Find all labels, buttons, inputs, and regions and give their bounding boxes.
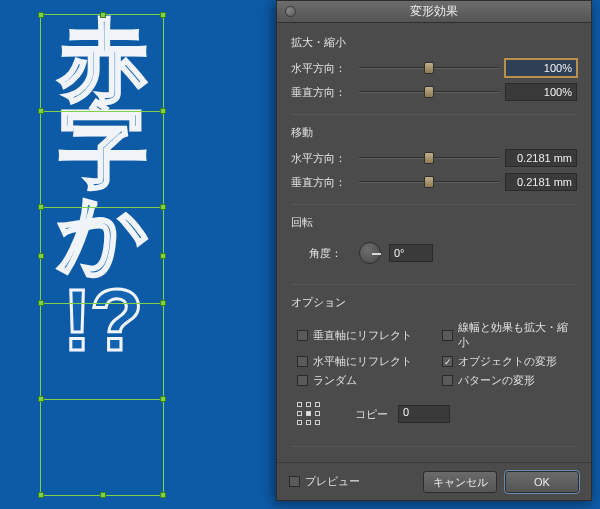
glyph: 字 xyxy=(42,104,162,190)
checkbox-label: 線幅と効果も拡大・縮小 xyxy=(458,320,577,350)
reference-point-selector[interactable] xyxy=(297,402,321,426)
glyph: !? xyxy=(42,277,162,363)
label: 水平方向： xyxy=(291,61,353,76)
copies-row: コピー 0 xyxy=(291,396,577,436)
rotate-row: 角度： 0° xyxy=(291,236,577,274)
dialog-footer: プレビュー キャンセル OK xyxy=(277,462,591,500)
resize-handle-se[interactable] xyxy=(160,492,166,498)
dialog-title: 変形効果 xyxy=(277,3,591,20)
checkbox-label: プレビュー xyxy=(305,474,360,489)
slider-thumb[interactable] xyxy=(424,86,434,98)
checkbox-label: パターンの変形 xyxy=(458,373,535,388)
slider-thumb[interactable] xyxy=(424,152,434,164)
label: 角度： xyxy=(309,246,351,261)
scale-vertical-input[interactable]: 100% xyxy=(505,83,577,101)
slider-thumb[interactable] xyxy=(424,176,434,188)
copies-input[interactable]: 0 xyxy=(398,405,450,423)
checkbox-preview[interactable]: プレビュー xyxy=(289,474,360,489)
canvas-selected-text[interactable]: 赤 字 か !? xyxy=(42,18,162,363)
checkbox-transform-objects[interactable]: オブジェクトの変形 xyxy=(442,354,577,369)
separator xyxy=(291,114,577,115)
dialog-titlebar[interactable]: 変形効果 xyxy=(277,1,591,23)
checkbox-reflect-horizontal[interactable]: 水平軸にリフレクト xyxy=(297,354,432,369)
checkbox-transform-patterns[interactable]: パターンの変形 xyxy=(442,373,577,388)
glyph: 赤 xyxy=(42,18,162,104)
separator xyxy=(291,204,577,205)
move-horizontal-row: 水平方向： 0.2181 mm xyxy=(291,146,577,170)
checkbox-label: 垂直軸にリフレクト xyxy=(313,328,412,343)
checkbox-label: 水平軸にリフレクト xyxy=(313,354,412,369)
label: 垂直方向： xyxy=(291,175,353,190)
move-horizontal-input[interactable]: 0.2181 mm xyxy=(505,149,577,167)
slider-thumb[interactable] xyxy=(424,62,434,74)
options-grid: 垂直軸にリフレクト 線幅と効果も拡大・縮小 水平軸にリフレクト オブジェクトの変… xyxy=(291,316,577,396)
resize-handle-s[interactable] xyxy=(100,492,106,498)
anchor-handle[interactable] xyxy=(160,396,166,402)
move-vertical-input[interactable]: 0.2181 mm xyxy=(505,173,577,191)
glyph: か xyxy=(42,190,162,276)
separator xyxy=(291,284,577,285)
checkbox-label: オブジェクトの変形 xyxy=(458,354,557,369)
checkbox-label: ランダム xyxy=(313,373,357,388)
cancel-button[interactable]: キャンセル xyxy=(423,471,497,493)
dialog-body: 拡大・縮小 水平方向： 100% 垂直方向： 100% 移動 水平方向： xyxy=(277,23,591,457)
section-label-rotate: 回転 xyxy=(291,215,577,230)
section-label-options: オプション xyxy=(291,295,577,310)
scale-horizontal-row: 水平方向： 100% xyxy=(291,56,577,80)
move-vertical-slider[interactable] xyxy=(359,175,499,189)
label: 垂直方向： xyxy=(291,85,353,100)
ok-button[interactable]: OK xyxy=(505,471,579,493)
scale-vertical-row: 垂直方向： 100% xyxy=(291,80,577,104)
scale-vertical-slider[interactable] xyxy=(359,85,499,99)
checkbox-scale-strokes[interactable]: 線幅と効果も拡大・縮小 xyxy=(442,320,577,350)
angle-dial[interactable] xyxy=(359,242,381,264)
scale-horizontal-input[interactable]: 100% xyxy=(505,59,577,77)
scale-horizontal-slider[interactable] xyxy=(359,61,499,75)
transform-effect-dialog: 変形効果 拡大・縮小 水平方向： 100% 垂直方向： 100% 移動 水平方向… xyxy=(276,0,592,501)
angle-input[interactable]: 0° xyxy=(389,244,433,262)
section-label-move: 移動 xyxy=(291,125,577,140)
move-vertical-row: 垂直方向： 0.2181 mm xyxy=(291,170,577,194)
separator xyxy=(291,446,577,447)
copies-label: コピー xyxy=(355,407,388,422)
checkbox-reflect-vertical[interactable]: 垂直軸にリフレクト xyxy=(297,320,432,350)
section-label-scale: 拡大・縮小 xyxy=(291,35,577,50)
move-horizontal-slider[interactable] xyxy=(359,151,499,165)
selection-guide xyxy=(41,399,163,400)
anchor-handle[interactable] xyxy=(38,396,44,402)
resize-handle-sw[interactable] xyxy=(38,492,44,498)
label: 水平方向： xyxy=(291,151,353,166)
checkbox-random[interactable]: ランダム xyxy=(297,373,432,388)
